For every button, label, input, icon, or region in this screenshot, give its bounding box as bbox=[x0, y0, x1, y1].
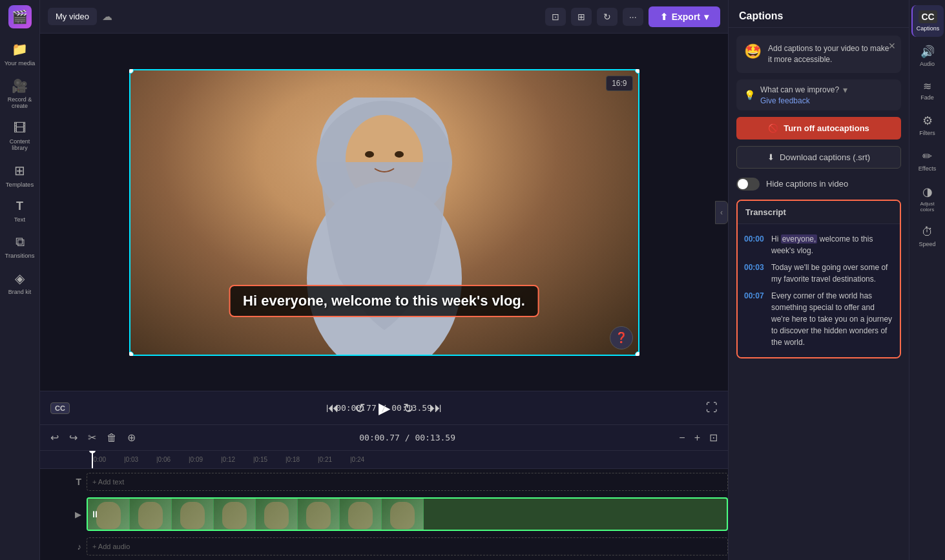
export-chevron-icon: ▾ bbox=[704, 12, 709, 22]
transitions-icon: ⧉ bbox=[16, 234, 25, 249]
tool-speed[interactable]: ⏱ Speed bbox=[911, 220, 944, 253]
ruler-mark-1: |0:03 bbox=[124, 456, 156, 463]
transcript-text-1[interactable]: Today we'll be going over some of my fav… bbox=[771, 262, 893, 285]
export-label: Export bbox=[672, 12, 700, 22]
ruler-mark-6: |0:18 bbox=[286, 456, 318, 463]
video-person-svg bbox=[236, 98, 533, 356]
hide-captions-row: Hide captions in video bbox=[736, 175, 901, 193]
caption-text-overlay[interactable]: Hi everyone, welcome to this week's vlog… bbox=[229, 285, 539, 317]
timeline-ruler: |0:00 |0:03 |0:06 |0:09 |0:12 |0:15 |0:1… bbox=[40, 451, 728, 469]
sidebar-item-content-library[interactable]: 🎞 Contentlibrary bbox=[2, 116, 38, 156]
undo-button[interactable]: ↩ bbox=[48, 429, 61, 446]
add-text-button[interactable]: + Add text bbox=[87, 473, 728, 491]
brand-icon: ◈ bbox=[15, 271, 25, 286]
sidebar-item-templates[interactable]: ⊞ Templates bbox=[2, 158, 38, 193]
topbar: My video ☁ ⊡ ⊞ ↻ ··· ⬆ Export ▾ bbox=[40, 0, 728, 34]
fade-tool-icon: ≋ bbox=[923, 80, 931, 92]
zoom-in-button[interactable]: + bbox=[692, 430, 703, 446]
transcript-time-1: 00:03 bbox=[744, 262, 765, 285]
sidebar-label-record-create: Record &create bbox=[8, 96, 32, 109]
audio-tool-icon: 🔊 bbox=[920, 45, 935, 59]
video-title: My video bbox=[56, 12, 89, 21]
sidebar-label-transitions: Transitions bbox=[5, 252, 34, 259]
add-clip-button[interactable]: ⊕ bbox=[125, 429, 138, 446]
thumbnail-7 bbox=[340, 499, 382, 531]
add-text-label: + Add text bbox=[92, 478, 124, 486]
give-feedback-link[interactable]: Give feedback bbox=[760, 96, 847, 105]
turn-off-autocaptions-button[interactable]: 🚫 Turn off autocaptions bbox=[736, 117, 901, 140]
media-icon: 📁 bbox=[12, 41, 28, 57]
sidebar-item-text[interactable]: T Text bbox=[2, 194, 38, 228]
video-track-content[interactable]: ⏸ bbox=[87, 497, 728, 531]
transcript-section: Transcript 00:00 Hi everyone, welcome to… bbox=[736, 200, 901, 358]
right-tools-sidebar: CC Captions 🔊 Audio ≋ Fade ⚙ Filters ✏ E… bbox=[909, 0, 945, 560]
playback-time: 00:00.77 / 00:13.59 bbox=[336, 403, 432, 413]
feedback-chevron-icon[interactable]: ▾ bbox=[843, 85, 847, 95]
templates-icon: ⊞ bbox=[14, 163, 25, 178]
adjust-colors-tool-label: Adjust colors bbox=[914, 201, 941, 213]
timeline-toolbar: ↩ ↪ ✂ 🗑 ⊕ 00:00.77 / 00:13.59 − + ⊡ bbox=[40, 425, 728, 451]
help-button[interactable]: ❓ bbox=[610, 326, 633, 349]
transcript-text-2[interactable]: Every corner of the world has something … bbox=[771, 290, 893, 348]
zoom-out-button[interactable]: − bbox=[676, 430, 687, 446]
panel-collapse-button[interactable]: ‹ bbox=[715, 201, 728, 224]
svg-point-6 bbox=[365, 151, 374, 158]
thumbnail-3 bbox=[172, 499, 214, 531]
captions-tool-label: Captions bbox=[917, 25, 940, 32]
thumbnail-6 bbox=[298, 499, 340, 531]
sidebar-item-brand-kit[interactable]: ◈ Brand kit bbox=[2, 265, 38, 300]
delete-button[interactable]: 🗑 bbox=[104, 430, 119, 446]
effects-tool-icon: ✏ bbox=[922, 149, 932, 163]
sidebar-item-transitions[interactable]: ⧉ Transitions bbox=[2, 229, 38, 264]
export-button[interactable]: ⬆ Export ▾ bbox=[649, 6, 720, 27]
tip-close-button[interactable]: ✕ bbox=[888, 41, 896, 51]
sidebar-label-text: Text bbox=[14, 216, 25, 223]
rotate-tool-button[interactable]: ↻ bbox=[597, 8, 618, 26]
sidebar-item-your-media[interactable]: 📁 Your media bbox=[2, 36, 38, 72]
add-audio-label: + Add audio bbox=[92, 543, 130, 550]
transcript-entry-0: 00:00 Hi everyone, welcome to this week'… bbox=[744, 231, 893, 259]
cc-badge[interactable]: CC bbox=[50, 402, 70, 414]
ruler-mark-5: |0:15 bbox=[253, 456, 286, 463]
hide-captions-label: Hide captions in video bbox=[766, 179, 848, 189]
tool-effects[interactable]: ✏ Effects bbox=[911, 144, 944, 177]
text-track-icon: T bbox=[40, 477, 87, 487]
sidebar-item-record-create[interactable]: 🎥 Record &create bbox=[2, 73, 38, 114]
more-options-button[interactable]: ··· bbox=[623, 8, 643, 26]
captions-title: Captions bbox=[739, 10, 783, 21]
ruler-mark-0: |0:00 bbox=[92, 456, 124, 463]
tip-text: Add captions to your video to make it mo… bbox=[768, 43, 893, 65]
tool-captions[interactable]: CC Captions bbox=[911, 5, 944, 37]
fit-to-screen-button[interactable]: ⊡ bbox=[707, 429, 720, 446]
layout-tool-button[interactable]: ⊞ bbox=[571, 8, 592, 26]
transcript-time-2: 00:07 bbox=[744, 290, 765, 348]
video-title-tab[interactable]: My video bbox=[48, 8, 97, 25]
sidebar-label-brand: Brand kit bbox=[8, 289, 32, 295]
ruler-mark-4: |0:12 bbox=[221, 456, 253, 463]
tool-audio[interactable]: 🔊 Audio bbox=[911, 39, 944, 72]
export-icon: ⬆ bbox=[660, 12, 668, 22]
crop-tool-button[interactable]: ⊡ bbox=[545, 8, 566, 26]
download-captions-button[interactable]: ⬇ Download captions (.srt) bbox=[736, 146, 901, 169]
redo-button[interactable]: ↪ bbox=[67, 429, 80, 446]
cut-button[interactable]: ✂ bbox=[85, 429, 99, 446]
caption-text: Hi everyone, welcome to this week's vlog… bbox=[243, 293, 525, 309]
cloud-sync-icon[interactable]: ☁ bbox=[102, 10, 112, 23]
transcript-title: Transcript bbox=[745, 207, 786, 217]
video-canvas: Hi everyone, welcome to this week's vlog… bbox=[129, 69, 639, 356]
transcript-text-0[interactable]: Hi everyone, welcome to this week's vlog… bbox=[771, 233, 893, 256]
tool-adjust-colors[interactable]: ◑ Adjust colors bbox=[911, 180, 944, 218]
hide-captions-toggle[interactable] bbox=[736, 178, 760, 191]
fullscreen-button[interactable]: ⛶ bbox=[706, 401, 718, 415]
audio-track-icon: ♪ bbox=[40, 542, 87, 552]
tool-filters[interactable]: ⚙ Filters bbox=[911, 109, 944, 141]
add-audio-button[interactable]: + Add audio bbox=[87, 537, 728, 555]
ruler-mark-8: |0:24 bbox=[350, 456, 382, 463]
thumbnail-4 bbox=[214, 499, 256, 531]
video-frame[interactable]: Hi everyone, welcome to this week's vlog… bbox=[129, 69, 639, 356]
tool-fade[interactable]: ≋ Fade bbox=[911, 75, 944, 106]
audio-tool-label: Audio bbox=[920, 61, 935, 67]
text-icon: T bbox=[16, 200, 23, 213]
video-track-icon: ▶ bbox=[40, 510, 87, 519]
canvas-area: Hi everyone, welcome to this week's vlog… bbox=[40, 34, 728, 391]
